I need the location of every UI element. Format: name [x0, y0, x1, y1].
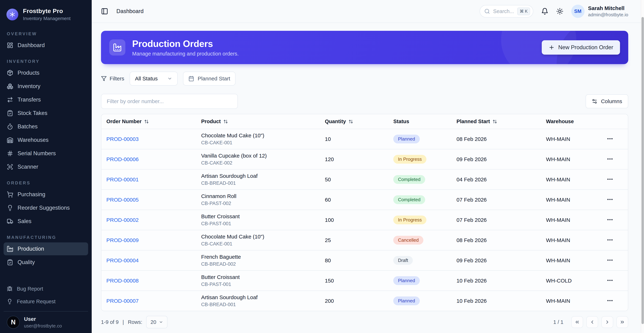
order-number-link[interactable]: PROD-00008	[106, 278, 138, 284]
row-actions-menu-icon[interactable]	[606, 176, 614, 182]
planned-start-cell: 08 Feb 2026	[452, 129, 541, 149]
quantity-cell: 80	[320, 250, 388, 270]
sidebar-item-serial-numbers[interactable]: Serial Numbers	[4, 147, 88, 160]
previous-page-button[interactable]	[586, 316, 598, 328]
sidebar-item-batches[interactable]: Batches	[4, 120, 88, 133]
sidebar-item-sales[interactable]: Sales	[4, 215, 88, 228]
column-header-product[interactable]: Product	[196, 114, 320, 129]
page-banner: Production Orders Manage manufacturing a…	[101, 31, 628, 64]
column-header-warehouse: Warehouse	[541, 114, 602, 129]
sort-icon	[348, 119, 353, 124]
order-number-link[interactable]: PROD-00002	[106, 217, 138, 223]
chevron-left-icon	[590, 320, 595, 325]
sidebar-item-products[interactable]: Products	[4, 66, 88, 79]
sidebar-item-inventory[interactable]: Inventory	[4, 80, 88, 93]
quantity-cell: 50	[320, 169, 388, 190]
plus-icon	[548, 44, 555, 50]
planned-start-cell: 09 Feb 2026	[452, 149, 541, 169]
row-actions-menu-icon[interactable]	[606, 156, 614, 162]
sidebar-user-card[interactable]: N User user@frostbyte.co	[4, 311, 88, 330]
quantity-cell: 100	[320, 210, 388, 230]
sidebar-item-stock-takes[interactable]: Stock Takes	[4, 107, 88, 120]
new-production-order-button[interactable]: New Production Order	[542, 40, 620, 54]
product-sku: CB-BREAD-001	[201, 302, 315, 308]
user-name: User	[24, 316, 62, 322]
hash-icon	[7, 150, 13, 157]
product-sku: CB-PAST-002	[201, 201, 315, 206]
last-page-button[interactable]	[616, 316, 628, 328]
order-number-link[interactable]: PROD-00001	[106, 176, 138, 182]
column-header-planned-start[interactable]: Planned Start	[452, 114, 541, 129]
content: Production Orders Manage manufacturing a…	[92, 23, 644, 333]
status-badge: Planned	[393, 296, 420, 305]
product-name: Artisan Sourdough Loaf	[201, 294, 315, 300]
page-indicator: 1 / 1	[554, 319, 564, 325]
status-filter-select[interactable]: All Status	[130, 72, 178, 86]
rows-per-page-select[interactable]: 20	[146, 316, 167, 328]
row-actions-menu-icon[interactable]	[606, 277, 614, 284]
product-sku: CB-CAKE-002	[201, 160, 315, 166]
status-badge: Draft	[393, 256, 412, 265]
results-range: 1-9 of 9	[101, 319, 118, 325]
page-subtitle: Manage manufacturing and production orde…	[132, 51, 239, 57]
next-page-button[interactable]	[602, 316, 613, 328]
table-row: PROD-00006 Vanilla Cupcake (box of 12) C…	[101, 149, 628, 169]
columns-button[interactable]: Columns	[586, 94, 628, 108]
theme-toggle-sun-icon[interactable]	[556, 8, 564, 15]
separator: |	[122, 319, 124, 325]
table-row: PROD-00003 Chocolate Mud Cake (10") CB-C…	[101, 129, 628, 149]
order-number-link[interactable]: PROD-00005	[106, 197, 138, 203]
sidebar-item-bug-report[interactable]: Bug Report	[4, 283, 88, 295]
row-actions-menu-icon[interactable]	[606, 196, 614, 203]
brand-name: Frostbyte Pro	[23, 8, 70, 14]
order-number-link[interactable]: PROD-00003	[106, 136, 138, 142]
sidebar-toggle-icon[interactable]	[101, 8, 108, 15]
sidebar-item-feature-request[interactable]: Feature Request	[4, 296, 88, 308]
planned-start-cell: 07 Feb 2026	[452, 210, 541, 230]
planned-start-date-filter-button[interactable]: Planned Start	[183, 72, 236, 86]
product-sku: CB-PAST-001	[201, 282, 315, 287]
scrollbar-thumb[interactable]	[642, 17, 644, 324]
sidebar-item-dashboard[interactable]: Dashboard	[4, 39, 88, 52]
row-actions-menu-icon[interactable]	[606, 257, 614, 264]
warehouse-cell: WH-MAIN	[541, 291, 602, 311]
sidebar-item-scanner[interactable]: Scanner	[4, 160, 88, 173]
sidebar-item-production[interactable]: Production	[4, 242, 88, 255]
table-row: PROD-00005 Cinnamon Roll CB-PAST-002 60 …	[101, 190, 628, 210]
sidebar-nav: OVERVIEWDashboardINVENTORYProductsInvent…	[0, 24, 92, 269]
chevrons-left-icon	[574, 320, 580, 325]
sidebar: Frostbyte Pro Inventory Management OVERV…	[0, 0, 92, 333]
rows-label: Rows:	[128, 319, 142, 325]
brand-subtitle: Inventory Management	[23, 16, 70, 21]
page-scrollbar[interactable]	[641, 0, 644, 333]
profile-menu[interactable]: SM Sarah Mitchell admin@frostbyte.io	[571, 5, 628, 18]
order-number-link[interactable]: PROD-00006	[106, 156, 138, 162]
planned-start-cell: 10 Feb 2026	[452, 291, 541, 311]
status-badge: Cancelled	[393, 236, 423, 244]
column-header-order-number[interactable]: Order Number	[101, 114, 196, 129]
row-actions-menu-icon[interactable]	[606, 236, 614, 243]
warehouse-cell: WH-MAIN	[541, 210, 602, 230]
first-page-button[interactable]	[571, 316, 583, 328]
product-name: Butter Croissant	[201, 274, 315, 280]
calendar-icon	[188, 76, 194, 82]
sidebar-item-quality[interactable]: Quality	[4, 256, 88, 269]
row-actions-menu-icon[interactable]	[606, 135, 614, 142]
order-number-link[interactable]: PROD-00009	[106, 237, 138, 243]
sidebar-item-transfers[interactable]: Transfers	[4, 93, 88, 106]
sidebar-item-purchasing[interactable]: Purchasing	[4, 188, 88, 201]
row-actions-menu-icon[interactable]	[606, 297, 614, 304]
row-actions-menu-icon[interactable]	[606, 216, 614, 223]
sidebar-item-warehouses[interactable]: Warehouses	[4, 134, 88, 146]
order-number-link[interactable]: PROD-00007	[106, 298, 138, 304]
table-row: PROD-00009 Chocolate Mud Cake (10") CB-C…	[101, 230, 628, 250]
order-number-filter-input[interactable]	[101, 94, 238, 109]
columns-settings-icon	[592, 98, 598, 104]
order-number-link[interactable]: PROD-00004	[106, 258, 138, 263]
column-header-quantity[interactable]: Quantity	[320, 114, 388, 129]
transfers-icon	[7, 96, 13, 103]
search-input[interactable]: Search... ⌘ K	[480, 5, 533, 18]
table-row: PROD-00008 Butter Croissant CB-PAST-001 …	[101, 270, 628, 291]
notifications-bell-icon[interactable]	[541, 8, 548, 15]
sidebar-item-reorder-suggestions[interactable]: Reorder Suggestions	[4, 202, 88, 214]
